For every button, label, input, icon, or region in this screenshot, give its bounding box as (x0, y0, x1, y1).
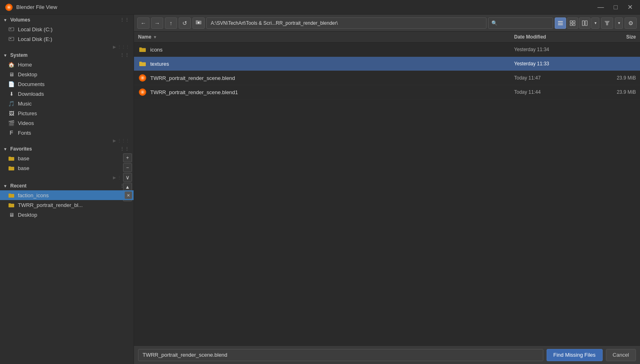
sidebar-item-base-2[interactable]: base (0, 163, 123, 173)
faction-icons-label: faction_icons (18, 192, 49, 198)
size-header-label: Size (626, 34, 636, 40)
volumes-section-header[interactable]: ▼ Volumes ⋮⋮ (0, 15, 134, 24)
file-size-blend2: 23.9 MiB (595, 89, 636, 95)
file-date-icons: Yesterday 11:34 (514, 47, 595, 52)
volumes-label: Volumes (10, 17, 30, 23)
recent-item-twrr[interactable]: TWRR_portrait_render_bl... (0, 200, 134, 210)
system-section-header[interactable]: ▼ System ⋮⋮ (0, 50, 134, 60)
settings-button[interactable]: ⚙ (625, 17, 637, 29)
svg-rect-12 (570, 21, 572, 23)
svg-rect-16 (582, 21, 584, 26)
back-button[interactable]: ← (137, 17, 149, 29)
filter-dropdown-button[interactable]: ▾ (615, 17, 623, 29)
file-size-blend1: 23.9 MiB (595, 75, 636, 81)
title-bar-controls: — □ ✕ (595, 2, 635, 12)
sidebar-item-desktop[interactable]: 🖥 Desktop (0, 69, 134, 79)
maximize-button[interactable]: □ (611, 3, 620, 12)
file-row-blend1[interactable]: TWRR_portrait_render_scene.blend Today 1… (134, 71, 640, 85)
local-e-label: Local Disk (E:) (18, 36, 52, 42)
svg-marker-18 (605, 21, 610, 25)
up-button[interactable]: ↑ (165, 17, 177, 29)
documents-label: Documents (18, 81, 45, 87)
path-bar[interactable]: A:\SVN\TechArt\Tools & Scri...RR_portrai… (206, 17, 486, 29)
size-column-header[interactable]: Size (595, 34, 636, 40)
back-icon: ← (141, 20, 146, 26)
system-more[interactable]: ▶ ⋮⋮⋮ (0, 138, 134, 144)
list-view-button[interactable] (555, 17, 566, 29)
favorites-more[interactable]: ▶ ⋮⋮⋮ (0, 174, 134, 181)
fonts-icon: F (8, 129, 15, 136)
minimize-button[interactable]: — (595, 3, 606, 12)
bottom-bar: Find Missing Files Cancel (134, 345, 640, 364)
grid-large-button[interactable] (579, 17, 590, 29)
svg-rect-17 (585, 21, 587, 26)
view-buttons: ▾ (555, 17, 599, 29)
forward-button[interactable]: → (151, 17, 163, 29)
sidebar-item-local-c[interactable]: Local Disk (C:) (0, 24, 134, 34)
favorites-add-button[interactable]: + (123, 153, 132, 162)
path-value: A:\SVN\TechArt\Tools & Scri...RR_portrai… (211, 20, 338, 26)
favorites-arrow: ▼ (3, 147, 7, 151)
local-c-label: Local Disk (C:) (18, 26, 52, 32)
recent-item-faction-icons[interactable]: faction_icons ✕ (0, 190, 134, 200)
sidebar-item-home[interactable]: 🏠 Home (0, 60, 134, 69)
sidebar-item-local-e[interactable]: Local Disk (E:) (0, 34, 134, 44)
sidebar-item-music[interactable]: 🎵 Music (0, 99, 134, 108)
sidebar-item-pictures[interactable]: 🖼 Pictures (0, 108, 134, 118)
base-1-label: base (18, 155, 29, 162)
new-folder-button[interactable] (192, 17, 205, 29)
documents-icon: 📄 (8, 81, 15, 87)
up-icon: ↑ (170, 20, 173, 26)
sidebar: ▼ Volumes ⋮⋮ Local Disk (C:) Local Disk … (0, 15, 134, 364)
disk-icon (8, 26, 15, 32)
videos-label: Videos (18, 120, 34, 126)
videos-icon: 🎬 (8, 120, 15, 126)
folder-icon-base1 (8, 155, 15, 162)
sidebar-item-downloads[interactable]: ⬇ Downloads (0, 89, 134, 99)
file-list: Name ▼ Date Modified Size icons Yesterda… (134, 32, 640, 345)
svg-point-24 (142, 91, 143, 93)
sidebar-item-documents[interactable]: 📄 Documents (0, 79, 134, 89)
search-input[interactable] (488, 17, 553, 29)
svg-point-21 (142, 77, 143, 79)
system-arrow: ▼ (3, 53, 7, 58)
filter-button[interactable] (601, 17, 613, 29)
sidebar-item-fonts[interactable]: F Fonts (0, 128, 134, 138)
grid-small-button[interactable] (567, 17, 578, 29)
view-dropdown-button[interactable]: ▾ (591, 17, 599, 29)
twrr-label: TWRR_portrait_render_bl... (18, 202, 83, 208)
file-row-blend2[interactable]: TWRR_portrait_render_scene.blend1 Today … (134, 85, 640, 99)
date-column-header[interactable]: Date Modified (514, 34, 595, 40)
sidebar-item-base-1[interactable]: base (0, 153, 123, 163)
title-bar-title: Blender File View (16, 4, 57, 10)
title-bar: Blender File View — □ ✕ (0, 0, 640, 15)
system-dots: ⋮⋮ (120, 53, 130, 58)
find-missing-button[interactable]: Find Missing Files (547, 349, 603, 361)
volumes-more[interactable]: ▶ ⋮⋮⋮ (0, 44, 134, 50)
favorites-list: base base + − ∨ ▲ ▼ (0, 153, 134, 174)
music-icon: 🎵 (8, 100, 15, 107)
file-name-textures: textures (150, 61, 514, 67)
favorites-section-header[interactable]: ▼ Favorites ⋮⋮ (0, 144, 134, 153)
recent-close-button[interactable]: ✕ (125, 192, 132, 199)
recent-arrow: ▼ (3, 184, 7, 188)
file-row-textures[interactable]: textures Yesterday 11:33 (134, 57, 640, 71)
home-label: Home (18, 62, 32, 68)
filename-input[interactable] (138, 349, 543, 361)
close-button[interactable]: ✕ (625, 2, 635, 12)
svg-rect-13 (573, 21, 575, 23)
sidebar-item-videos[interactable]: 🎬 Videos (0, 118, 134, 128)
folder-icon-icons (138, 45, 147, 54)
file-row-icons[interactable]: icons Yesterday 11:34 (134, 43, 640, 57)
refresh-button[interactable]: ↺ (179, 17, 191, 29)
name-column-header[interactable]: Name ▼ (138, 34, 514, 40)
recent-section-header[interactable]: ▼ Recent ⋮⋮ (0, 181, 134, 190)
svg-rect-10 (558, 23, 563, 24)
downloads-label: Downloads (18, 91, 44, 97)
recent-item-desktop[interactable]: 🖥 Desktop (0, 210, 134, 220)
file-date-blend1: Today 11:47 (514, 75, 595, 81)
favorites-remove-button[interactable]: − (123, 163, 132, 172)
favorites-down-button[interactable]: ∨ (123, 173, 132, 182)
cancel-button[interactable]: Cancel (606, 349, 636, 361)
favorites-items: base base (0, 153, 134, 173)
